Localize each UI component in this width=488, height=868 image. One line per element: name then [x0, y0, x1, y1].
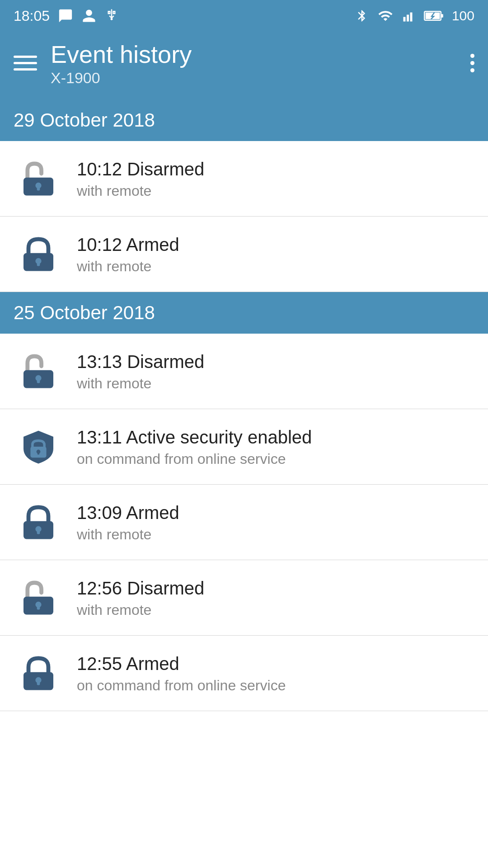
- wifi-icon: [377, 8, 394, 24]
- battery-icon: [424, 8, 444, 24]
- event-text-wrap: 13:09 Armed with remote: [77, 501, 179, 543]
- event-subtitle: on command from online service: [77, 677, 286, 694]
- event-subtitle: with remote: [77, 375, 204, 392]
- app-bar: Event history X-1900: [0, 32, 488, 99]
- svg-rect-6: [441, 14, 443, 17]
- svg-rect-18: [38, 452, 39, 455]
- event-title: 10:12 Armed: [77, 233, 179, 256]
- event-icon-wrap: [14, 229, 63, 279]
- event-subtitle: on command from online service: [77, 451, 312, 467]
- svg-rect-2: [407, 15, 409, 22]
- list-item: 13:11 Active security enabled on command…: [0, 409, 488, 485]
- svg-rect-1: [403, 17, 405, 22]
- status-bar: 18:05 100: [0, 0, 488, 32]
- event-icon-wrap: [14, 497, 63, 547]
- svg-rect-12: [37, 261, 40, 266]
- status-left: 18:05: [14, 8, 118, 24]
- event-icon-wrap: [14, 648, 63, 698]
- event-title: 10:12 Disarmed: [77, 157, 204, 181]
- person-icon: [81, 8, 97, 24]
- message-icon: [58, 8, 73, 24]
- svg-point-0: [111, 18, 113, 20]
- svg-rect-3: [410, 13, 412, 22]
- event-subtitle: with remote: [77, 183, 204, 199]
- page-title: Event history: [51, 40, 470, 69]
- list-item: 13:13 Disarmed with remote: [0, 334, 488, 409]
- bluetooth-icon: [355, 8, 369, 24]
- event-subtitle: with remote: [77, 526, 179, 543]
- event-text-wrap: 12:55 Armed on command from online servi…: [77, 652, 286, 694]
- event-title: 13:11 Active security enabled: [77, 425, 312, 449]
- battery-level: 100: [452, 8, 474, 24]
- svg-rect-15: [37, 378, 40, 383]
- event-icon-wrap: [14, 154, 63, 203]
- event-title: 13:13 Disarmed: [77, 350, 204, 373]
- event-text-wrap: 10:12 Disarmed with remote: [77, 157, 204, 199]
- svg-rect-21: [37, 529, 40, 534]
- list-item: 13:09 Armed with remote: [0, 485, 488, 560]
- usb-icon: [105, 8, 118, 24]
- list-item: 10:12 Disarmed with remote: [0, 141, 488, 217]
- date-header-1: 25 October 2018: [0, 292, 488, 334]
- time-label: 18:05: [14, 8, 50, 24]
- date-label: 25 October 2018: [14, 302, 155, 323]
- event-icon-wrap: [14, 422, 63, 472]
- event-title: 12:55 Armed: [77, 652, 286, 675]
- svg-rect-24: [37, 604, 40, 609]
- event-list-0: 10:12 Disarmed with remote 10:12 Armed w…: [0, 141, 488, 292]
- event-text-wrap: 13:11 Active security enabled on command…: [77, 425, 312, 467]
- list-item: 10:12 Armed with remote: [0, 217, 488, 292]
- event-text-wrap: 13:13 Disarmed with remote: [77, 350, 204, 392]
- event-list-1: 13:13 Disarmed with remote 13:11 Active …: [0, 334, 488, 711]
- event-text-wrap: 10:12 Armed with remote: [77, 233, 179, 275]
- svg-rect-9: [37, 185, 40, 190]
- event-subtitle: with remote: [77, 602, 204, 618]
- date-header-0: 29 October 2018: [0, 99, 488, 141]
- hamburger-button[interactable]: [14, 56, 37, 71]
- signal-icon: [402, 8, 416, 24]
- event-title: 12:56 Disarmed: [77, 576, 204, 600]
- status-right: 100: [355, 8, 474, 24]
- list-item: 12:56 Disarmed with remote: [0, 560, 488, 636]
- app-bar-center: Event history X-1900: [51, 40, 470, 87]
- device-subtitle: X-1900: [51, 69, 470, 87]
- event-subtitle: with remote: [77, 258, 179, 275]
- date-label: 29 October 2018: [14, 109, 155, 131]
- more-button[interactable]: [470, 54, 474, 72]
- event-icon-wrap: [14, 573, 63, 623]
- event-history-content: 29 October 2018 10:12 Disarmed with remo…: [0, 99, 488, 711]
- event-text-wrap: 12:56 Disarmed with remote: [77, 576, 204, 618]
- event-title: 13:09 Armed: [77, 501, 179, 524]
- event-icon-wrap: [14, 346, 63, 396]
- list-item: 12:55 Armed on command from online servi…: [0, 636, 488, 711]
- svg-rect-27: [37, 680, 40, 685]
